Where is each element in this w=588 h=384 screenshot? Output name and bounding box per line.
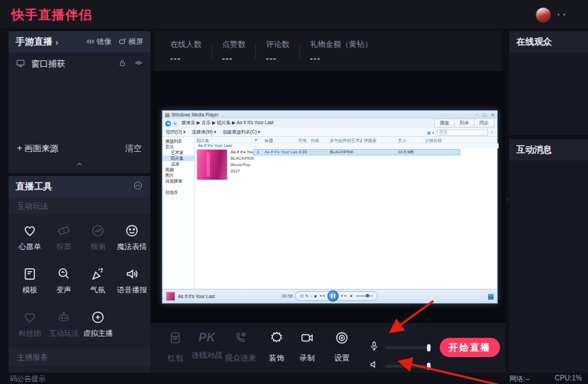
- tool-magic-emoji[interactable]: 魔法表情: [115, 223, 149, 252]
- settings-button[interactable]: 设置: [322, 330, 362, 363]
- tab-burn[interactable]: 刻录: [455, 119, 475, 128]
- sidebar-collapse-chevron[interactable]: ›: [506, 196, 509, 203]
- list-column-headers: 唱片集 # 标题 时长 分级 参与创作的艺术家 作曲家 大小 父级分级: [195, 137, 497, 143]
- tool-template[interactable]: 模板: [13, 266, 47, 295]
- repeat-button[interactable]: ↻: [305, 294, 309, 298]
- speaker-volume-handle[interactable]: [427, 363, 431, 370]
- create-playlist-menu[interactable]: 创建播放列表(C) ▾: [223, 129, 260, 136]
- record-button[interactable]: 录制: [287, 330, 327, 363]
- stop-button[interactable]: ■: [314, 294, 317, 298]
- track-rating-stars[interactable]: ☆☆☆☆☆: [311, 150, 328, 155]
- wmp-titlebar[interactable]: Windows Media Player – ▢ ✕: [162, 111, 497, 119]
- more-circle-icon[interactable]: [133, 180, 143, 193]
- mic-volume-slider[interactable]: [385, 346, 432, 349]
- nav-album[interactable]: 唱片集: [162, 155, 194, 161]
- wmp-app-icon: [165, 113, 170, 117]
- col-parental-rating[interactable]: 父级分级: [423, 137, 497, 143]
- forward-button[interactable]: ►: [172, 121, 178, 126]
- nav-other-media[interactable]: 其他媒体: [162, 178, 194, 184]
- eye-icon[interactable]: [134, 58, 143, 70]
- windows-media-player-window[interactable]: Windows Media Player – ▢ ✕ ◄ ► 媒体库 ▶ 音乐 …: [162, 110, 498, 304]
- switch-to-now-playing-button[interactable]: [488, 294, 494, 300]
- album-art[interactable]: [196, 149, 228, 180]
- clear-sources-button[interactable]: 清空: [125, 143, 142, 155]
- track-row[interactable]: 1 As If It's Your Last 3:33 ☆☆☆☆☆ BLACKP…: [253, 149, 460, 155]
- tool-voice-change[interactable]: 变声: [47, 266, 81, 295]
- minimize-button[interactable]: –: [476, 112, 478, 117]
- source-item-window-capture[interactable]: 窗口捕获: [9, 53, 150, 75]
- col-number[interactable]: #: [253, 137, 263, 143]
- predict-trend-icon: [90, 223, 106, 238]
- scene-mode-label[interactable]: 手游直播: [16, 35, 52, 48]
- breadcrumb[interactable]: 媒体库 ▶ 音乐 ▶ 唱片集 ▶ As If It's Your Last: [182, 120, 274, 126]
- maximize-button[interactable]: ▢: [482, 112, 487, 117]
- online-viewers-header: 在线观众: [509, 31, 588, 53]
- start-live-button[interactable]: 开始直播: [440, 338, 500, 357]
- wmp-nav-tree: 播放列表 音乐 艺术家 唱片集 流派 视频 图片 其他媒体 其他库: [162, 137, 195, 289]
- nav-music[interactable]: 音乐: [162, 144, 194, 150]
- nav-pictures[interactable]: 图片: [162, 172, 194, 178]
- audience-call-button[interactable]: 观众连麦: [221, 330, 260, 363]
- section-host-services: 主播服务: [9, 349, 150, 366]
- previous-button[interactable]: ◄◄: [319, 295, 326, 298]
- col-length[interactable]: 时长: [297, 137, 309, 143]
- collapse-panel-chevron[interactable]: ⌃: [9, 160, 150, 173]
- col-rating[interactable]: 分级: [309, 137, 328, 143]
- chevron-right-icon[interactable]: ›: [55, 37, 58, 48]
- scene-panel: 手游直播 › 镜像 横屏 窗口捕获 + 画面来源: [9, 31, 150, 173]
- nav-artist[interactable]: 艺术家: [162, 150, 194, 155]
- tab-sync[interactable]: 同步: [475, 119, 494, 128]
- col-size[interactable]: 大小: [396, 137, 423, 143]
- col-album[interactable]: 唱片集: [195, 137, 253, 143]
- microphone-icon[interactable]: [369, 341, 379, 354]
- mirror-icon: [87, 38, 94, 47]
- tool-fan-club[interactable]: 粉丝团: [13, 309, 47, 339]
- tool-atmosphere[interactable]: 气氛: [81, 266, 115, 295]
- speaker-icon[interactable]: [369, 359, 379, 373]
- source-item-label: 窗口捕获: [31, 58, 65, 70]
- nav-other-libraries[interactable]: 其他库: [162, 190, 194, 195]
- pause-button[interactable]: [328, 290, 339, 302]
- speaker-volume-slider[interactable]: [385, 365, 432, 368]
- lock-icon[interactable]: [118, 58, 127, 70]
- tool-voice-broadcast[interactable]: 语音播报: [115, 266, 149, 295]
- landscape-button[interactable]: 横屏: [118, 37, 143, 47]
- track-artist: BLACKPINK: [330, 150, 362, 155]
- nav-playlists[interactable]: 播放列表: [162, 138, 194, 144]
- stream-menu[interactable]: 流媒体(M) ▾: [192, 129, 216, 136]
- mirror-button[interactable]: 镜像: [87, 37, 111, 47]
- tool-virtual-host[interactable]: 虚拟主播: [81, 309, 115, 339]
- mute-icon[interactable]: [349, 294, 353, 299]
- user-avatar[interactable]: [536, 7, 551, 23]
- header-menu-dot[interactable]: [558, 13, 560, 16]
- add-source-button[interactable]: + 画面来源: [17, 143, 58, 155]
- plus-circle-icon: [90, 309, 106, 325]
- album-artist: BLACKPINK: [231, 156, 255, 160]
- shuffle-button[interactable]: ⤨: [300, 294, 304, 298]
- search-icon[interactable]: ⌕: [491, 129, 494, 135]
- mic-volume-handle[interactable]: [427, 344, 431, 351]
- tool-interactive-play[interactable]: 互动玩法: [47, 309, 81, 339]
- organize-menu[interactable]: 组织(O) ▾: [166, 129, 185, 136]
- back-button[interactable]: ◄: [165, 121, 171, 126]
- nav-videos[interactable]: 视频: [162, 167, 194, 172]
- tool-wishlist[interactable]: 心愿单: [13, 223, 47, 252]
- header-menu-dot[interactable]: [563, 13, 565, 16]
- stat-online-count: 在线人数 ---: [170, 39, 211, 64]
- tab-play[interactable]: 播放: [434, 119, 455, 128]
- wmp-playback-bar: As If It's Your Last 00:58 ⤨ ↻ | ■ ◄◄ ►►: [162, 289, 497, 303]
- close-button[interactable]: ✕: [491, 112, 494, 117]
- col-composer[interactable]: 作曲家: [362, 137, 396, 143]
- wmp-volume-handle[interactable]: [366, 294, 370, 297]
- col-title[interactable]: 标题: [263, 137, 297, 143]
- wmp-volume-slider[interactable]: [355, 295, 372, 297]
- stat-likes: 点赞数 ---: [222, 39, 255, 64]
- tool-vote[interactable]: 投票: [47, 223, 81, 252]
- nav-genre[interactable]: 流派: [162, 161, 194, 167]
- search-input[interactable]: [437, 129, 488, 136]
- col-contributing-artist[interactable]: 参与创作的艺术家: [328, 137, 362, 143]
- album-genre: World Pop: [231, 163, 250, 167]
- view-options-icon[interactable]: ▦ ▾: [427, 130, 434, 135]
- next-button[interactable]: ►►: [341, 295, 348, 298]
- tool-predict[interactable]: 预测: [81, 223, 115, 252]
